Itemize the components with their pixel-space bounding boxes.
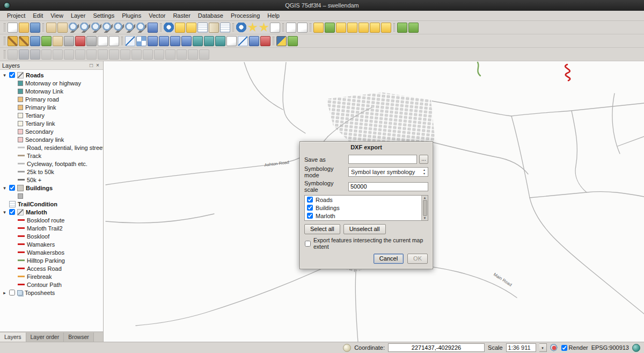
delete-part-icon[interactable] [109,49,119,60]
add-feature-icon[interactable] [41,36,52,46]
new-shapefile-layer-icon[interactable] [238,36,248,46]
add-raster-layer-icon[interactable] [136,36,147,46]
zoom-in-icon[interactable] [69,23,79,33]
legend-item[interactable]: Motorway or highway [0,79,103,87]
layer-item-marloth[interactable]: ▾ Marloth [0,208,103,216]
symbology-scale-input[interactable] [348,182,428,191]
tab-layer-order[interactable]: Layer order [26,333,64,342]
add-wfs-layer-icon[interactable] [215,36,225,46]
list-item-buildings[interactable]: Buildings [305,204,428,212]
legend-item[interactable]: 25k to 50k [0,168,103,176]
pin-labels-icon[interactable] [336,23,346,33]
toolbar-drag-handle[interactable] [282,23,284,32]
enable-advanced-digitizing-icon[interactable] [8,49,18,60]
legend-item[interactable]: Tertiary [0,111,103,119]
map-tips-icon[interactable] [236,23,246,33]
select-features-icon[interactable] [175,23,185,33]
fill-ring-icon[interactable] [86,49,97,60]
cancel-button[interactable]: Cancel [374,254,404,264]
toolbar-drag-handle[interactable] [393,23,395,32]
new-bookmark-icon[interactable] [247,23,258,33]
python-console-icon[interactable] [276,36,287,46]
move-feature-icon[interactable] [53,36,63,46]
expand-arrow-icon[interactable]: ▾ [2,185,7,191]
menu-settings[interactable]: Settings [89,11,118,20]
coordinate-input[interactable] [388,343,485,352]
split-features-icon[interactable] [143,49,153,60]
layer-item-buildings[interactable]: ▾ Buildings [0,184,103,192]
undock-panel-icon[interactable]: □ [88,62,94,69]
text-annotation-icon[interactable] [270,23,280,33]
current-edits-icon[interactable] [8,36,18,46]
measure-line-icon[interactable] [209,23,219,33]
symbology-mode-combo[interactable]: Symbol layer symbology ▴▾ [348,167,428,177]
legend-item[interactable]: Track [0,152,103,160]
identify-features-icon[interactable] [164,23,174,33]
legend-item[interactable]: Cycleway, footpath etc. [0,160,103,168]
rotate-label-icon[interactable] [370,23,380,33]
messages-icon[interactable] [343,344,351,352]
grass-tools-icon[interactable] [397,23,407,33]
move-label-icon[interactable] [358,23,369,33]
legend-item[interactable]: Wamakersbos [0,248,103,256]
legend-item[interactable]: Tertiary link [0,119,103,127]
menu-processing[interactable]: Processing [227,11,264,20]
legend-item[interactable]: Boskloof route [0,216,103,224]
layer-diagrams-icon[interactable] [325,23,335,33]
map-canvas[interactable]: Ashton Road Main Road DXF export Save as… [104,61,644,342]
menu-vector[interactable]: Vector [145,11,169,20]
toolbar-drag-handle[interactable] [4,23,5,32]
layer-visibility-checkbox[interactable] [9,209,15,215]
legend-item[interactable]: Primary road [0,95,103,103]
zoom-full-icon[interactable] [91,23,101,33]
highlight-labels-icon[interactable] [347,23,357,33]
offset-curve-icon[interactable] [120,49,130,60]
rotate-feature-icon[interactable] [41,49,52,60]
legend-item[interactable]: Marloth Trail2 [0,224,103,232]
add-wms-layer-icon[interactable] [193,36,203,46]
node-tool-icon[interactable] [64,36,74,46]
menu-layer[interactable]: Layer [67,11,90,20]
add-postgis-layer-icon[interactable] [148,36,158,46]
layout-manager-icon[interactable] [297,23,308,33]
layer-export-checkbox[interactable] [307,197,313,203]
list-scrollbar[interactable]: ▲ ▼ [421,196,428,220]
new-project-icon[interactable] [8,23,18,33]
unselect-all-button[interactable]: Unselect all [343,224,386,234]
merge-features-icon[interactable] [165,49,175,60]
remove-layer-icon[interactable] [260,36,270,46]
magnifier-lock-icon[interactable] [550,344,558,352]
reshape-features-icon[interactable] [131,49,142,60]
save-project-icon[interactable] [30,23,40,33]
redo-icon[interactable] [30,49,40,60]
render-checkbox[interactable] [561,345,567,351]
tab-browser[interactable]: Browser [64,333,94,342]
zoom-next-icon[interactable] [136,23,147,33]
select-all-button[interactable]: Select all [304,224,340,234]
expand-arrow-icon[interactable]: ▾ [2,73,7,78]
show-bookmarks-icon[interactable] [259,23,269,33]
add-vector-layer-icon[interactable] [125,36,135,46]
menu-database[interactable]: Database [194,11,227,20]
expand-arrow-icon[interactable]: ▸ [2,290,7,296]
menu-plugins[interactable]: Plugins [118,11,145,20]
menu-project[interactable]: Project [3,11,29,20]
add-delimited-text-layer-icon[interactable] [226,36,237,46]
pan-to-selection-icon[interactable] [57,23,68,33]
toolbar-drag-handle[interactable] [273,37,274,45]
split-parts-icon[interactable] [154,49,164,60]
zoom-out-icon[interactable] [80,23,90,33]
menu-view[interactable]: View [47,11,67,20]
list-item-marloth[interactable]: Marloth [305,212,428,220]
processing-toolbox-icon[interactable] [288,36,298,46]
browse-button[interactable]: ... [419,155,428,164]
toolbar-drag-handle[interactable] [310,23,311,32]
legend-item[interactable]: Boskloof [0,232,103,240]
zoom-to-selection-icon[interactable] [103,23,113,33]
toolbar-drag-handle[interactable] [121,37,123,45]
save-layer-edits-icon[interactable] [30,36,40,46]
layer-visibility-checkbox[interactable] [9,185,15,191]
add-wcs-layer-icon[interactable] [204,36,214,46]
combo-spinner-icon[interactable]: ▴▾ [422,168,427,176]
log-messages-icon[interactable] [632,344,640,352]
